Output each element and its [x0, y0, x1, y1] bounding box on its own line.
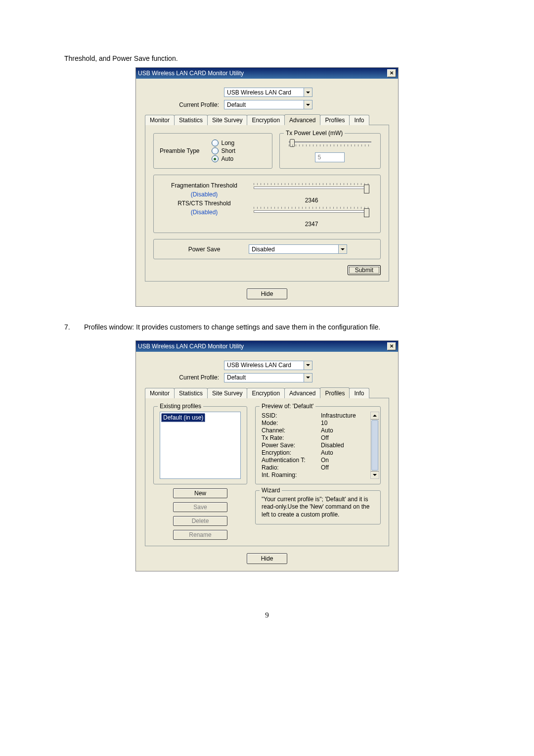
delete-button[interactable]: Delete — [173, 516, 227, 526]
current-profile-label: Current Profile: — [145, 374, 224, 381]
profile-dropdown[interactable]: Default — [224, 100, 312, 109]
radio-icon — [212, 155, 219, 162]
wizard-text: "Your current profile is"; 'Default' and… — [262, 496, 374, 519]
radio-long[interactable]: Long — [212, 140, 236, 146]
preview-legend: Preview of: 'Default' — [260, 403, 315, 410]
frag-slider[interactable] — [254, 183, 369, 194]
tx-power-group: Tx Power Level (mW) — [279, 133, 381, 169]
tab-statistics[interactable]: Statistics — [174, 388, 208, 398]
frag-threshold-label: Fragmentation Threshold — [160, 182, 249, 189]
tx-power-slider[interactable] — [289, 141, 371, 149]
tab-statistics[interactable]: Statistics — [174, 115, 208, 125]
rts-disabled: (Disabled) — [160, 209, 249, 216]
chevron-down-icon[interactable] — [304, 361, 312, 370]
preview-keys: SSID: Mode: Channel: Tx Rate: Power Save… — [262, 412, 321, 479]
page-number: 9 — [64, 611, 470, 619]
chevron-down-icon[interactable] — [304, 88, 312, 96]
tab-site-survey[interactable]: Site Survey — [207, 115, 247, 125]
monitor-utility-dialog-profiles: USB Wireless LAN CARD Monitor Utility ✕ … — [135, 340, 399, 571]
card-dropdown-value: USB Wireless LAN Card — [224, 362, 304, 369]
tab-monitor[interactable]: Monitor — [145, 115, 175, 125]
card-dropdown[interactable]: USB Wireless LAN Card — [224, 361, 312, 370]
tx-power-value[interactable] — [315, 152, 345, 162]
scroll-down-icon[interactable] — [371, 471, 379, 478]
rename-button[interactable]: Rename — [173, 530, 227, 540]
close-icon[interactable]: ✕ — [387, 342, 396, 350]
radio-short[interactable]: Short — [212, 147, 236, 154]
tab-info[interactable]: Info — [349, 388, 369, 398]
list-number: 7. — [64, 322, 84, 333]
power-save-label: Power Save — [160, 246, 249, 253]
close-icon[interactable]: ✕ — [387, 69, 396, 77]
tab-profiles[interactable]: Profiles — [320, 387, 350, 398]
profiles-listbox[interactable]: Default (in use) — [160, 412, 241, 479]
rts-value: 2347 — [249, 221, 374, 228]
thresholds-group: Fragmentation Threshold (Disabled) RTS/C… — [153, 175, 381, 233]
tab-info[interactable]: Info — [349, 115, 369, 125]
new-button[interactable]: New — [173, 488, 227, 498]
rts-threshold-label: RTS/CTS Threshold — [160, 200, 249, 207]
preview-group: Preview of: 'Default' SSID: Mode: Channe… — [255, 406, 381, 484]
list-item[interactable]: Default (in use) — [161, 413, 205, 422]
frag-disabled: (Disabled) — [160, 191, 249, 198]
tab-strip: Monitor Statistics Site Survey Encryptio… — [145, 114, 389, 125]
chevron-down-icon[interactable] — [304, 374, 312, 382]
preview-values: Infrastructure 10 Auto Off Disabled Auto… — [321, 412, 356, 479]
power-save-group: Power Save Disabled — [153, 239, 381, 259]
tab-encryption[interactable]: Encryption — [247, 115, 285, 125]
card-dropdown[interactable]: USB Wireless LAN Card — [224, 88, 312, 97]
tab-profiles[interactable]: Profiles — [320, 115, 350, 125]
tab-advanced[interactable]: Advanced — [284, 114, 320, 125]
monitor-utility-dialog-advanced: USB Wireless LAN CARD Monitor Utility ✕ … — [135, 67, 399, 307]
save-button[interactable]: Save — [173, 502, 227, 512]
scroll-thumb[interactable] — [371, 420, 378, 471]
list-text: Profiles window: It provides customers t… — [84, 322, 470, 333]
window-title: USB Wireless LAN CARD Monitor Utility — [138, 343, 244, 350]
chevron-down-icon[interactable] — [304, 100, 312, 109]
tab-site-survey[interactable]: Site Survey — [207, 388, 247, 398]
radio-auto[interactable]: Auto — [212, 155, 236, 162]
current-profile-label: Current Profile: — [145, 101, 224, 108]
profile-dropdown-value: Default — [224, 101, 304, 108]
chevron-down-icon[interactable] — [338, 245, 347, 253]
window-title: USB Wireless LAN CARD Monitor Utility — [138, 70, 244, 77]
card-dropdown-value: USB Wireless LAN Card — [224, 89, 304, 96]
submit-button[interactable]: Submit — [348, 265, 381, 275]
radio-icon — [212, 140, 219, 146]
rts-slider[interactable] — [254, 207, 369, 218]
tab-encryption[interactable]: Encryption — [247, 388, 285, 398]
tx-power-legend: Tx Power Level (mW) — [284, 130, 345, 137]
profile-dropdown[interactable]: Default — [224, 373, 312, 382]
scroll-up-icon[interactable] — [371, 412, 379, 420]
hide-button[interactable]: Hide — [247, 553, 288, 564]
tab-monitor[interactable]: Monitor — [145, 388, 175, 398]
frag-value: 2346 — [249, 197, 374, 204]
existing-profiles-legend: Existing profiles — [158, 403, 203, 410]
intro-text: Threshold, and Power Save function. — [64, 54, 470, 62]
wizard-legend: Wizard — [260, 487, 282, 495]
power-save-value: Disabled — [249, 246, 338, 253]
existing-profiles-group: Existing profiles Default (in use) — [153, 406, 247, 484]
titlebar: USB Wireless LAN CARD Monitor Utility ✕ — [136, 68, 398, 79]
preview-scrollbar[interactable] — [370, 412, 379, 479]
wizard-group: Wizard "Your current profile is"; 'Defau… — [255, 490, 381, 524]
tab-advanced[interactable]: Advanced — [284, 388, 320, 398]
tab-strip: Monitor Statistics Site Survey Encryptio… — [145, 387, 389, 398]
radio-icon — [212, 147, 219, 154]
preamble-label: Preamble Type — [160, 147, 200, 154]
titlebar: USB Wireless LAN CARD Monitor Utility ✕ — [136, 341, 398, 352]
preamble-group: Preamble Type Long Short Auto — [153, 133, 272, 169]
profile-dropdown-value: Default — [224, 374, 304, 381]
power-save-dropdown[interactable]: Disabled — [249, 244, 347, 254]
hide-button[interactable]: Hide — [247, 288, 288, 299]
